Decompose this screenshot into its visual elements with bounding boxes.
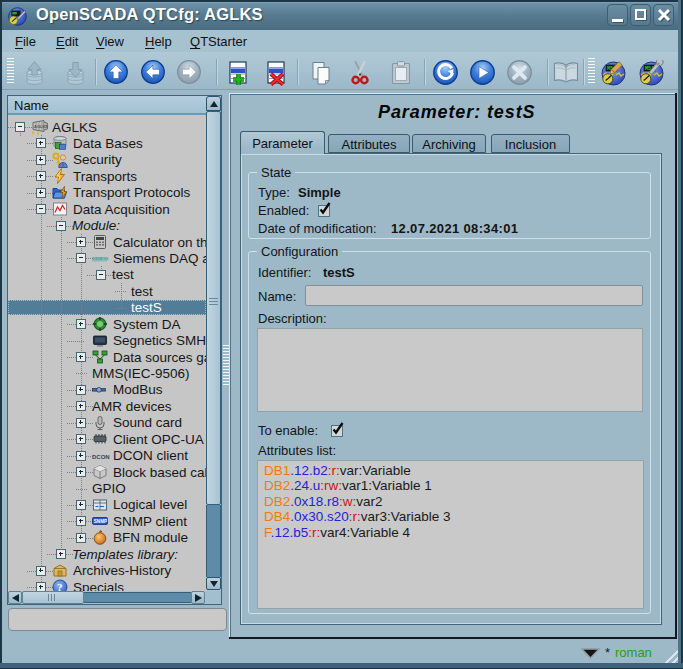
svg-text:AGLKS: AGLKS	[34, 124, 48, 129]
svg-text:?: ?	[57, 581, 63, 591]
svg-text:DCON: DCON	[92, 453, 110, 459]
svg-text:SNMP: SNMP	[94, 520, 107, 525]
svg-text:SIEMENS: SIEMENS	[92, 257, 109, 261]
